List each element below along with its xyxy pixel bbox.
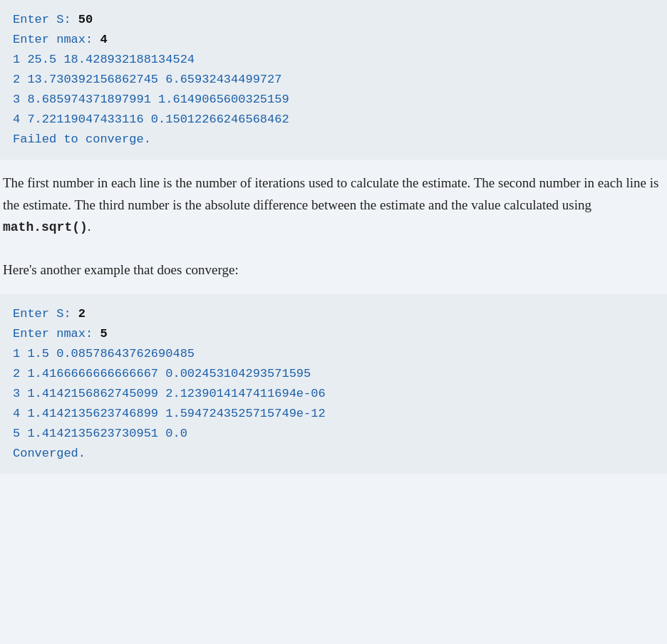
prompt-nmax-value-2: 5: [100, 327, 107, 341]
iteration-row-1-2: 2 13.730392156862745 6.65932434499727: [13, 70, 654, 90]
iteration-row-2-2: 2 1.4166666666666667 0.00245310429357159…: [13, 364, 654, 384]
result-2: Converged.: [13, 444, 654, 464]
prompt-nmax-value-1: 4: [100, 33, 107, 46]
iteration-row-2-3: 3 1.4142156862745099 2.1239014147411694e…: [13, 384, 654, 404]
prompt-s-2: Enter S: 2: [13, 304, 654, 324]
result-1: Failed to converge.: [13, 130, 654, 150]
iteration-row-2-5: 5 1.4142135623730951 0.0: [13, 424, 654, 444]
math-sqrt-code: math.sqrt(): [3, 220, 88, 234]
prompt-s-1: Enter S: 50: [13, 10, 654, 30]
prompt-s-label-2: Enter S:: [13, 307, 78, 321]
prompt-s-value-1: 50: [78, 13, 93, 26]
iteration-row-1-4: 4 7.22119047433116 0.15012266246568462: [13, 110, 654, 130]
iteration-row-2-4: 4 1.4142135623746899 1.5947243525715749e…: [13, 404, 654, 424]
prompt-s-label-1: Enter S:: [13, 13, 78, 26]
prose-section: The first number in each line is the num…: [0, 160, 667, 294]
intro-converge: Here's another example that does converg…: [3, 259, 664, 281]
iteration-row-2-1: 1 1.5 0.08578643762690485: [13, 344, 654, 364]
prose-paragraph: The first number in each line is the num…: [3, 172, 664, 238]
iteration-row-1-3: 3 8.685974371897991 1.6149065600325159: [13, 90, 654, 110]
code-block-1: Enter S: 50 Enter nmax: 4 1 25.5 18.4289…: [0, 0, 667, 160]
prompt-nmax-label-2: Enter nmax:: [13, 327, 100, 341]
iteration-row-1-1: 1 25.5 18.428932188134524: [13, 50, 654, 70]
prompt-s-value-2: 2: [78, 307, 86, 321]
prompt-nmax-label-1: Enter nmax:: [13, 33, 100, 46]
prompt-nmax-2: Enter nmax: 5: [13, 324, 654, 344]
code-block-2: Enter S: 2 Enter nmax: 5 1 1.5 0.0857864…: [0, 294, 667, 474]
prompt-nmax-1: Enter nmax: 4: [13, 30, 654, 50]
